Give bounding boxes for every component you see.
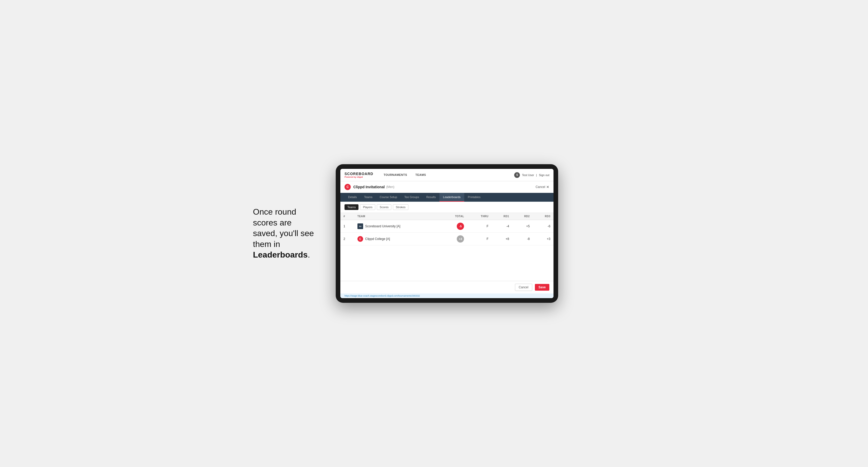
col-thru: THRU bbox=[467, 213, 491, 220]
status-bar: https://stage-blue-coach.stagescorebord.… bbox=[340, 293, 554, 298]
top-nav: SCOREBOARD Powered by clippd TOURNAMENTS… bbox=[340, 169, 554, 181]
col-rd1: RD1 bbox=[492, 213, 513, 220]
filter-bar: Teams Players Scores Strokes bbox=[340, 202, 554, 213]
tournament-name: Clippd Invitational bbox=[353, 185, 384, 189]
filter-strokes[interactable]: Strokes bbox=[393, 204, 408, 210]
filter-teams[interactable]: Teams bbox=[344, 204, 359, 210]
cell-rd3: -6 bbox=[533, 220, 554, 233]
filter-players[interactable]: Players bbox=[360, 204, 375, 210]
cell-rd2: +5 bbox=[512, 220, 533, 233]
col-team: TEAM bbox=[354, 213, 440, 220]
cell-total: -5 bbox=[440, 220, 467, 233]
cell-thru: F bbox=[467, 220, 491, 233]
nav-tournaments[interactable]: TOURNAMENTS bbox=[379, 169, 411, 181]
tab-results[interactable]: Results bbox=[423, 193, 439, 202]
nav-links: TOURNAMENTS TEAMS bbox=[379, 169, 430, 181]
text-line1: Once round bbox=[253, 207, 296, 216]
filter-scores[interactable]: Scores bbox=[377, 204, 391, 210]
user-avatar: S bbox=[514, 172, 520, 178]
tournament-sub: (Men) bbox=[386, 185, 394, 189]
cell-rank: 2 bbox=[340, 233, 354, 245]
col-rd2: RD2 bbox=[512, 213, 533, 220]
cell-team: SUScoreboard University [A] bbox=[354, 220, 440, 233]
cell-rd1: -4 bbox=[492, 220, 513, 233]
team-name: Scoreboard University [A] bbox=[365, 224, 400, 228]
cell-rd1: +8 bbox=[492, 233, 513, 245]
cancel-button-header[interactable]: Cancel ✕ bbox=[536, 185, 549, 189]
tab-bar: Details Teams Course Setup Tee Groups Re… bbox=[340, 193, 554, 202]
text-line4: them in bbox=[253, 240, 280, 249]
tab-leaderboards[interactable]: Leaderboards bbox=[439, 193, 464, 202]
cell-thru: F bbox=[467, 233, 491, 245]
text-line5-end: . bbox=[308, 250, 310, 259]
team-logo: SU bbox=[358, 223, 363, 229]
cell-team: CClippd College [A] bbox=[354, 233, 440, 245]
tab-teams[interactable]: Teams bbox=[361, 193, 376, 202]
text-line2: scores are bbox=[253, 218, 291, 227]
tab-printables[interactable]: Printables bbox=[464, 193, 484, 202]
user-name: Test User bbox=[522, 174, 534, 177]
col-rank: # bbox=[340, 213, 354, 220]
cell-rd2: -8 bbox=[512, 233, 533, 245]
nav-right: S Test User | Sign out bbox=[514, 172, 549, 178]
tournament-header: C Clippd Invitational (Men) Cancel ✕ bbox=[340, 181, 554, 193]
tab-details[interactable]: Details bbox=[344, 193, 361, 202]
leaderboard-table-area: # TEAM TOTAL THRU RD1 RD2 RD3 1SUScorebo… bbox=[340, 213, 554, 281]
table-row: 1SUScoreboard University [A]-5F-4+5-6 bbox=[340, 220, 554, 233]
close-icon: ✕ bbox=[546, 185, 549, 189]
logo-title: SCOREBOARD bbox=[344, 172, 373, 176]
save-button[interactable]: Save bbox=[535, 284, 549, 291]
cell-rank: 1 bbox=[340, 220, 354, 233]
cell-total: +3 bbox=[440, 233, 467, 245]
team-logo: C bbox=[358, 236, 363, 242]
url-display: https://stage-blue-coach.stagescorebord.… bbox=[344, 294, 420, 297]
score-badge: -5 bbox=[457, 223, 464, 230]
logo-area: SCOREBOARD Powered by clippd bbox=[344, 172, 373, 178]
text-line5-bold: Leaderboards bbox=[253, 250, 308, 259]
sign-out-link[interactable]: Sign out bbox=[539, 174, 549, 177]
tab-course-setup[interactable]: Course Setup bbox=[376, 193, 401, 202]
table-row: 2CClippd College [A]+3F+8-8+3 bbox=[340, 233, 554, 245]
cancel-button-footer[interactable]: Cancel bbox=[515, 284, 532, 291]
col-rd3: RD3 bbox=[533, 213, 554, 220]
team-name: Clippd College [A] bbox=[365, 237, 390, 241]
footer: Cancel Save bbox=[340, 281, 554, 293]
text-line3: saved, you'll see bbox=[253, 228, 314, 238]
table-header: # TEAM TOTAL THRU RD1 RD2 RD3 bbox=[340, 213, 554, 220]
tablet-screen: SCOREBOARD Powered by clippd TOURNAMENTS… bbox=[340, 169, 554, 298]
leaderboard-table: # TEAM TOTAL THRU RD1 RD2 RD3 1SUScorebo… bbox=[340, 213, 554, 245]
cell-rd3: +3 bbox=[533, 233, 554, 245]
logo-subtitle: Powered by clippd bbox=[344, 176, 373, 178]
nav-separator: | bbox=[536, 174, 537, 177]
descriptive-text: Once round scores are saved, you'll see … bbox=[253, 207, 320, 260]
tournament-logo: C bbox=[344, 184, 351, 190]
tab-tee-groups[interactable]: Tee Groups bbox=[401, 193, 423, 202]
main-content: Teams Players Scores Strokes bbox=[340, 202, 554, 281]
col-total: TOTAL bbox=[440, 213, 467, 220]
tablet-frame: SCOREBOARD Powered by clippd TOURNAMENTS… bbox=[336, 164, 558, 303]
score-badge: +3 bbox=[457, 235, 464, 243]
table-body: 1SUScoreboard University [A]-5F-4+5-62CC… bbox=[340, 220, 554, 245]
nav-teams[interactable]: TEAMS bbox=[411, 169, 430, 181]
